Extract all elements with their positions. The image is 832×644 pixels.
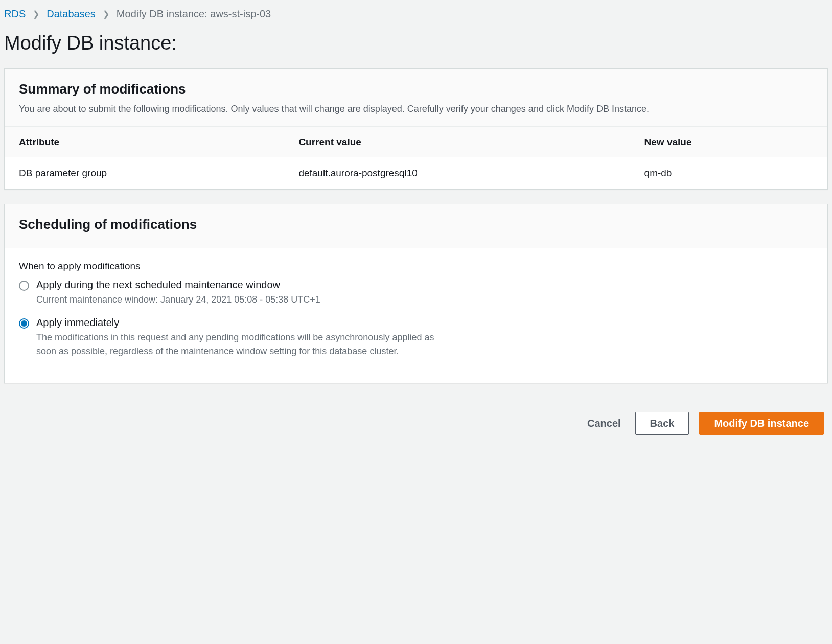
radio-description: Current maintenance window: January 24, … — [36, 293, 320, 307]
page-title: Modify DB instance: — [4, 25, 828, 68]
footer-actions: Cancel Back Modify DB instance — [4, 398, 828, 440]
scheduling-body: When to apply modifications Apply during… — [5, 248, 827, 383]
table-row: DB parameter group default.aurora-postgr… — [5, 157, 827, 189]
radio-option-immediately[interactable]: Apply immediately The modifications in t… — [19, 317, 813, 358]
radio-option-scheduled[interactable]: Apply during the next scheduled maintena… — [19, 279, 813, 307]
cell-current: default.aurora-postgresql10 — [284, 157, 630, 189]
scheduling-panel: Scheduling of modifications When to appl… — [4, 204, 828, 383]
breadcrumb-current: Modify DB instance: aws-st-isp-03 — [117, 8, 271, 20]
col-header-current: Current value — [284, 127, 630, 157]
cancel-button[interactable]: Cancel — [583, 412, 625, 434]
breadcrumb-link-databases[interactable]: Databases — [47, 8, 96, 20]
radio-description: The modifications in this request and an… — [36, 331, 455, 358]
scheduling-header: Scheduling of modifications — [5, 204, 827, 248]
summary-panel: Summary of modifications You are about t… — [4, 68, 828, 190]
col-header-new: New value — [630, 127, 827, 157]
summary-table-header: Attribute Current value New value — [5, 127, 827, 157]
cell-attribute: DB parameter group — [5, 157, 284, 189]
radio-label: Apply during the next scheduled maintena… — [36, 279, 320, 291]
radio-label: Apply immediately — [36, 317, 455, 329]
chevron-right-icon: ❯ — [103, 9, 109, 19]
chevron-right-icon: ❯ — [33, 9, 39, 19]
breadcrumb: RDS ❯ Databases ❯ Modify DB instance: aw… — [4, 5, 828, 25]
scheduling-heading: Scheduling of modifications — [19, 217, 813, 233]
radio-icon — [19, 318, 29, 329]
back-button[interactable]: Back — [635, 412, 689, 435]
cell-new: qm-db — [630, 157, 827, 189]
summary-description: You are about to submit the following mo… — [19, 102, 813, 116]
breadcrumb-link-rds[interactable]: RDS — [4, 8, 26, 20]
radio-content: Apply during the next scheduled maintena… — [36, 279, 320, 307]
summary-header: Summary of modifications You are about t… — [5, 69, 827, 127]
summary-heading: Summary of modifications — [19, 81, 813, 97]
modify-db-instance-button[interactable]: Modify DB instance — [699, 412, 824, 435]
radio-icon — [19, 281, 29, 291]
col-header-attribute: Attribute — [5, 127, 284, 157]
radio-content: Apply immediately The modifications in t… — [36, 317, 455, 358]
when-to-apply-label: When to apply modifications — [19, 261, 813, 272]
